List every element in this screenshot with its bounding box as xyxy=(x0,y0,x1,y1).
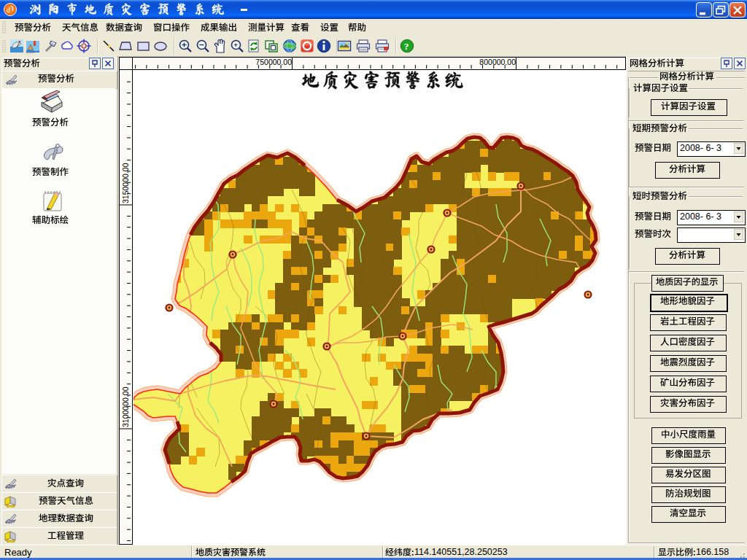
svg-text:+: + xyxy=(234,42,238,49)
svg-text:?: ? xyxy=(404,41,409,52)
